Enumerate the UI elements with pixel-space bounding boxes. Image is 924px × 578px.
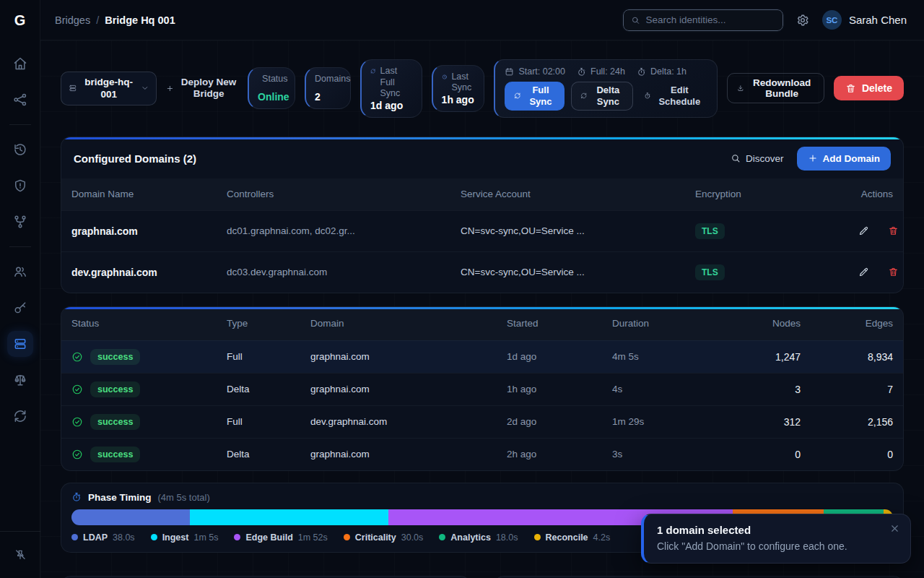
trash-icon (888, 267, 899, 277)
domain-row: graphnai.com dc01.graphnai.com, dc02.gr.… (61, 210, 903, 251)
sidebar-item-keys[interactable] (7, 295, 33, 321)
settings-button[interactable] (796, 14, 809, 27)
col-nodes: Nodes (707, 318, 801, 329)
sidebar-item-sync[interactable] (7, 403, 33, 429)
sync-row[interactable]: success Delta graphnai.com 1h ago 4s 3 7 (61, 373, 903, 405)
sync-type: Delta (227, 384, 310, 394)
sync-nodes: 3 (707, 384, 801, 395)
col-domain-name: Domain Name (71, 189, 227, 199)
legend-name: Analytics (450, 532, 491, 543)
domain-name: dev.graphnai.com (71, 267, 227, 278)
delete-domain-button[interactable] (888, 225, 899, 236)
delta-sync-label: Delta Sync (592, 85, 624, 107)
delta-sync-button[interactable]: Delta Sync (571, 82, 633, 110)
sidebar-item-paths[interactable] (7, 209, 33, 235)
encryption-badge: TLS (695, 223, 725, 239)
legend-value: 1m 52s (298, 532, 328, 543)
legend-name: LDAP (83, 532, 108, 543)
status-badge: success (90, 349, 140, 365)
last-full-sync-card: Last Full Sync 1d ago (360, 59, 422, 118)
edit-domain-button[interactable] (858, 225, 869, 236)
search-input[interactable] (646, 14, 775, 25)
sidebar-pin-toggle[interactable] (7, 542, 33, 568)
server-icon (69, 83, 77, 93)
toast-close-button[interactable] (889, 523, 900, 534)
edit-domain-button[interactable] (858, 267, 869, 277)
schedule-full: Full: 24h (590, 66, 625, 77)
add-domain-label: Add Domain (823, 153, 881, 164)
check-circle-icon (71, 351, 83, 363)
breadcrumb-current: Bridge Hq 001 (105, 14, 175, 26)
sync-domain: graphnai.com (310, 351, 507, 362)
sync-row[interactable]: success Full graphnai.com 1d ago 4m 5s 1… (61, 340, 903, 373)
sync-started: 1d ago (507, 351, 612, 362)
sidebar-item-bridges[interactable] (7, 331, 33, 357)
legend-value: 18.0s (496, 532, 518, 543)
full-sync-button[interactable]: Full Sync (505, 82, 565, 110)
breadcrumb: Bridges / Bridge Hq 001 (55, 14, 175, 26)
col-domain: Domain (310, 318, 507, 329)
user-menu[interactable]: SC Sarah Chen (822, 10, 907, 30)
sync-nodes: 1,247 (707, 351, 801, 363)
timer-icon (637, 67, 646, 77)
top-header: Bridges / Bridge Hq 001 SC Sarah Chen (40, 0, 924, 40)
chevron-down-icon (141, 83, 149, 93)
discover-button[interactable]: Discover (731, 153, 784, 164)
sidebar-item-network[interactable] (7, 87, 33, 113)
check-circle-icon (71, 384, 83, 395)
sidebar-item-governance[interactable] (7, 367, 33, 393)
bridge-selector[interactable]: bridge-hq-001 (61, 72, 157, 105)
sync-edges: 0 (801, 449, 893, 460)
redownload-label: Redownload Bundle (749, 77, 814, 99)
app-logo[interactable]: G (0, 0, 40, 40)
delete-label: Delete (862, 82, 892, 94)
redownload-bundle-button[interactable]: Redownload Bundle (727, 73, 824, 103)
domain-service-account: CN=svc-sync,OU=Service ... (461, 225, 695, 236)
schedule-delta: Delta: 1h (650, 66, 687, 77)
col-service-account: Service Account (461, 189, 695, 199)
edit-schedule-label: Edit Schedule (656, 85, 702, 107)
calendar-icon (505, 67, 514, 77)
status-value: Online (258, 91, 286, 103)
sync-started: 2d ago (507, 416, 612, 427)
delete-bridge-button[interactable]: Delete (834, 76, 904, 100)
app-root: G Bridges / Bridge Hq 001 (0, 0, 924, 578)
breadcrumb-parent[interactable]: Bridges (55, 14, 90, 26)
domain-row: dev.graphnai.com dc03.dev.graphnai.com C… (61, 251, 903, 293)
trash-icon (888, 225, 899, 236)
home-icon (13, 56, 27, 71)
sidebar-item-history[interactable] (7, 137, 33, 163)
status-badge: success (90, 414, 140, 430)
delete-domain-button[interactable] (888, 267, 899, 277)
legend-name: Criticality (355, 532, 396, 543)
sync-duration: 1m 29s (612, 416, 707, 427)
search-icon (631, 15, 640, 25)
sidebar-item-security[interactable] (7, 173, 33, 199)
encryption-badge: TLS (695, 264, 725, 280)
sidebar-divider (9, 124, 31, 125)
sync-icon (580, 91, 587, 100)
legend-dot (151, 534, 157, 540)
search-box (623, 9, 783, 31)
last-sync-value: 1h ago (442, 94, 476, 105)
network-icon (13, 92, 27, 107)
add-domain-button[interactable]: Add Domain (797, 147, 892, 171)
sidebar-item-users[interactable] (7, 259, 33, 285)
deploy-label: Deploy New Bridge (179, 77, 238, 101)
scales-icon (13, 373, 27, 387)
sidebar-divider (9, 246, 31, 247)
sync-duration: 4s (612, 384, 707, 394)
sidebar-item-home[interactable] (7, 51, 33, 77)
deploy-new-bridge-button[interactable]: Deploy New Bridge (166, 77, 238, 101)
toast-body: Click "Add Domain" to configure each one… (657, 540, 897, 552)
sync-edges: 2,156 (801, 416, 893, 428)
domains-value: 2 (315, 91, 341, 103)
bridge-toolbar: bridge-hq-001 Deploy New Bridge Status O… (61, 59, 904, 118)
status-label: Status (262, 74, 287, 85)
edit-schedule-button[interactable]: Edit Schedule (640, 82, 707, 109)
discover-label: Discover (746, 153, 784, 164)
sync-row[interactable]: success Delta graphnai.com 2h ago 3s 0 0 (61, 438, 903, 470)
schedule-start: Start: 02:00 (518, 66, 565, 77)
sync-row[interactable]: success Full dev.graphnai.com 2d ago 1m … (61, 405, 903, 438)
pin-off-icon (14, 548, 27, 561)
